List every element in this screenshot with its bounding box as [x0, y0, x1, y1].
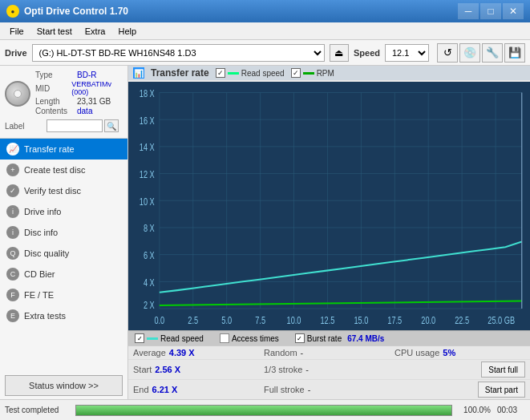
- chart-header: 📊 Transfer rate ✓ Read speed ✓ RPM: [128, 66, 530, 80]
- eject-button[interactable]: ⏏: [330, 44, 349, 62]
- end-label: End: [133, 385, 149, 394]
- nav-item-disc-info[interactable]: i Disc info: [0, 222, 127, 243]
- disc-info-header: Type BD-R MID VERBATIMv (000) Length 23,…: [5, 71, 123, 116]
- svg-text:12.5: 12.5: [321, 315, 335, 326]
- stats-read-speed: ✓ Read speed: [135, 333, 204, 343]
- right-panel: 📊 Transfer rate ✓ Read speed ✓ RPM: [128, 66, 530, 399]
- menu-help[interactable]: Help: [111, 25, 143, 38]
- disc-length-label: Length: [35, 97, 77, 106]
- toolbar-icons: ↺ 💿 🔧 💾: [437, 43, 525, 63]
- speed-label: Speed: [354, 48, 380, 58]
- stroke13-label: 1/3 stroke: [264, 365, 302, 374]
- cpu-label: CPU usage: [394, 348, 439, 357]
- nav-label-transfer-rate: Transfer rate: [24, 144, 75, 154]
- full-stroke-label: Full stroke: [264, 385, 305, 394]
- svg-text:2 X: 2 X: [144, 300, 155, 311]
- legend-read-speed: ✓ Read speed: [216, 68, 285, 78]
- disc-type-row: Type BD-R: [35, 71, 123, 79]
- legend-rpm-check: ✓: [291, 68, 301, 78]
- chart-title: Transfer rate: [151, 67, 209, 79]
- nav-item-disc-quality[interactable]: Q Disc quality: [0, 243, 127, 264]
- nav-item-cd-bier[interactable]: C CD Bier: [0, 264, 127, 285]
- disc-mid-row: MID VERBATIMv (000): [35, 80, 123, 96]
- cpu-value: 5%: [443, 348, 455, 357]
- title-bar: ● Opti Drive Control 1.70 ─ □ ✕: [0, 0, 530, 22]
- extra-tests-icon: E: [6, 309, 19, 322]
- full-stroke-group: Full stroke -: [264, 385, 394, 394]
- settings-button[interactable]: 🔧: [482, 43, 503, 63]
- disc-visual: [5, 81, 30, 107]
- nav-item-create-test-disc[interactable]: + Create test disc: [0, 160, 127, 180]
- disc-info-panel: Type BD-R MID VERBATIMv (000) Length 23,…: [0, 66, 127, 139]
- drive-select[interactable]: (G:) HL-DT-ST BD-RE WH16NS48 1.D3: [32, 44, 325, 62]
- menu-extra[interactable]: Extra: [79, 25, 112, 38]
- menu-file[interactable]: File: [3, 25, 30, 38]
- status-window-button[interactable]: Status window >>: [5, 375, 123, 396]
- disc-info-icon: i: [6, 226, 19, 239]
- nav-label-extra-tests: Extra tests: [24, 311, 66, 321]
- start-group: Start 2.56 X: [133, 365, 264, 374]
- nav-label-fe-te: FE / TE: [24, 290, 54, 300]
- disc-contents-row: Contents data: [35, 107, 123, 115]
- nav-item-verify-test-disc[interactable]: ✓ Verify test disc: [0, 180, 127, 201]
- nav-item-fe-te[interactable]: F FE / TE: [0, 285, 127, 305]
- nav-item-transfer-rate[interactable]: 📈 Transfer rate: [0, 139, 127, 160]
- disc-label-label: Label: [5, 122, 47, 131]
- info-row-3: End 6.21 X Full stroke - Start part: [128, 379, 530, 399]
- disc-button[interactable]: 💿: [459, 43, 480, 63]
- full-stroke-value: -: [308, 385, 311, 394]
- legend-rpm-label: RPM: [317, 69, 334, 78]
- start-part-button[interactable]: Start part: [478, 382, 525, 398]
- stats-access-times-label: Access times: [232, 334, 279, 343]
- nav-item-extra-tests[interactable]: E Extra tests: [0, 305, 127, 326]
- create-test-disc-icon: +: [6, 164, 19, 176]
- burst-rate-check[interactable]: ✓: [295, 333, 305, 343]
- drive-bar: Drive (G:) HL-DT-ST BD-RE WH16NS48 1.D3 …: [0, 40, 530, 66]
- end-value: 6.21 X: [152, 385, 178, 394]
- nav-list: 📈 Transfer rate + Create test disc ✓ Ver…: [0, 139, 127, 372]
- svg-text:6 X: 6 X: [144, 250, 155, 261]
- chart-icon: 📊: [133, 67, 144, 79]
- chart-container: 18 X 16 X 14 X 12 X 10 X 8 X 6 X 4 X 2 X…: [128, 82, 530, 330]
- disc-label-button[interactable]: 🔍: [104, 119, 119, 132]
- disc-quality-icon: Q: [6, 247, 19, 260]
- chart-svg: 18 X 16 X 14 X 12 X 10 X 8 X 6 X 4 X 2 X…: [128, 82, 530, 330]
- save-button[interactable]: 💾: [504, 43, 525, 63]
- svg-text:16 X: 16 X: [140, 115, 155, 126]
- svg-text:18 X: 18 X: [140, 88, 155, 99]
- read-speed-check[interactable]: ✓: [135, 333, 144, 343]
- svg-rect-0: [128, 82, 530, 330]
- start-part-group: Start part: [394, 382, 525, 398]
- disc-label-input[interactable]: [47, 119, 103, 132]
- refresh-button[interactable]: ↺: [437, 43, 458, 63]
- disc-contents-value: data: [77, 107, 92, 115]
- svg-text:25.0 GB: 25.0 GB: [488, 315, 515, 326]
- stroke13-group: 1/3 stroke -: [264, 365, 394, 374]
- stats-access-times: Access times: [220, 333, 279, 343]
- menu-start-test[interactable]: Start test: [30, 25, 79, 38]
- progress-time: 00:03: [497, 406, 525, 414]
- legend-read-label: Read speed: [241, 69, 285, 78]
- svg-text:5.0: 5.0: [221, 315, 232, 326]
- access-times-check[interactable]: [220, 333, 229, 343]
- close-button[interactable]: ✕: [503, 3, 524, 19]
- read-speed-color: [147, 337, 158, 340]
- fe-te-icon: F: [6, 289, 19, 301]
- nav-item-drive-info[interactable]: i Drive info: [0, 201, 127, 222]
- stats-burst-rate: ✓ Burst rate 67.4 MB/s: [295, 333, 385, 343]
- main-area: Type BD-R MID VERBATIMv (000) Length 23,…: [0, 66, 530, 399]
- avg-label: Average: [133, 348, 166, 357]
- minimize-button[interactable]: ─: [458, 3, 479, 19]
- avg-group: Average 4.39 X: [133, 348, 264, 357]
- random-value: -: [301, 348, 304, 357]
- maximize-button[interactable]: □: [480, 3, 501, 19]
- end-group: End 6.21 X: [133, 385, 264, 394]
- stroke13-value: -: [305, 365, 309, 374]
- svg-text:10 X: 10 X: [140, 196, 155, 207]
- nav-label-verify-test-disc: Verify test disc: [24, 186, 81, 196]
- disc-type-value: BD-R: [77, 71, 96, 79]
- drive-label: Drive: [5, 48, 27, 58]
- start-full-button[interactable]: Start full: [481, 361, 525, 378]
- start-value: 2.56 X: [155, 365, 180, 374]
- speed-select[interactable]: 12.1 X: [385, 44, 429, 62]
